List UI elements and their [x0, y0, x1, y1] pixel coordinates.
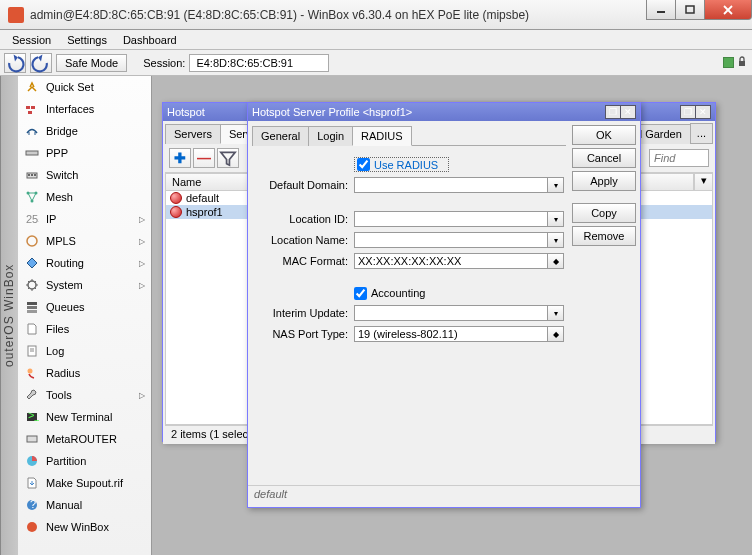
location-name-input[interactable] — [354, 232, 548, 248]
cancel-button[interactable]: Cancel — [572, 148, 636, 168]
column-menu-button[interactable]: ▾ — [694, 174, 712, 190]
mesh-icon — [24, 189, 40, 205]
session-value[interactable]: E4:8D:8C:65:CB:91 — [189, 54, 329, 72]
nas-port-input[interactable] — [354, 326, 548, 342]
radius-icon — [24, 365, 40, 381]
apply-button[interactable]: Apply — [572, 171, 636, 191]
profile-tab-radius[interactable]: RADIUS — [352, 126, 412, 146]
redo-button[interactable] — [30, 53, 52, 73]
copy-button[interactable]: Copy — [572, 203, 636, 223]
ppp-icon — [24, 145, 40, 161]
newwinbox-icon — [24, 519, 40, 535]
profile-titlebar[interactable]: Hotspot Server Profile <hsprof1> ❐ ✕ — [248, 103, 640, 121]
sidebar-item-manual[interactable]: ?Manual — [18, 494, 151, 516]
default-domain-label: Default Domain: — [254, 179, 354, 191]
profile-icon — [170, 206, 182, 218]
location-name-dropdown[interactable]: ▾ — [548, 232, 564, 248]
window-title: admin@E4:8D:8C:65:CB:91 (E4:8D:8C:65:CB:… — [30, 8, 647, 22]
hotspot-tab-servers[interactable]: Servers — [165, 124, 221, 144]
sidebar-item-terminal[interactable]: >_New Terminal — [18, 406, 151, 428]
menu-dashboard[interactable]: Dashboard — [115, 32, 185, 48]
sidebar-item-partition[interactable]: Partition — [18, 450, 151, 472]
sidebar-item-ip[interactable]: 255IP▷ — [18, 208, 151, 230]
accounting-checkbox[interactable] — [354, 287, 367, 300]
hotspot-tabs-more-button[interactable]: ... — [690, 123, 713, 143]
sidebar-item-label: MPLS — [46, 235, 76, 247]
sidebar-item-interfaces[interactable]: Interfaces — [18, 98, 151, 120]
sidebar-item-quickset[interactable]: Quick Set — [18, 76, 151, 98]
sidebar-item-supout[interactable]: Make Supout.rif — [18, 472, 151, 494]
svg-rect-12 — [28, 174, 30, 176]
sidebar-item-metarouter[interactable]: MetaROUTER — [18, 428, 151, 450]
profile-restore-button[interactable]: ❐ — [605, 105, 621, 119]
sidebar-item-newwinbox[interactable]: New WinBox — [18, 516, 151, 538]
hotspot-restore-button[interactable]: ❐ — [680, 105, 696, 119]
profile-tab-general[interactable]: General — [252, 126, 309, 146]
maximize-button[interactable] — [675, 0, 705, 20]
location-id-dropdown[interactable]: ▾ — [548, 211, 564, 227]
use-radius-checkbox[interactable] — [357, 158, 370, 171]
partition-icon — [24, 453, 40, 469]
interim-update-input[interactable] — [354, 305, 548, 321]
mac-format-dropdown[interactable]: ◆ — [548, 253, 564, 269]
undo-button[interactable] — [4, 53, 26, 73]
minimize-button[interactable] — [646, 0, 676, 20]
sidebar-item-bridge[interactable]: Bridge — [18, 120, 151, 142]
hotspot-title: Hotspot — [167, 106, 205, 118]
queues-icon — [24, 299, 40, 315]
quickset-icon — [24, 79, 40, 95]
sidebar-item-mesh[interactable]: Mesh — [18, 186, 151, 208]
sidebar-item-switch[interactable]: Switch — [18, 164, 151, 186]
sidebar-item-log[interactable]: Log — [18, 340, 151, 362]
sidebar-item-mpls[interactable]: MPLS▷ — [18, 230, 151, 252]
sidebar-item-label: New Terminal — [46, 411, 112, 423]
sidebar-item-label: Interfaces — [46, 103, 94, 115]
submenu-arrow-icon: ▷ — [139, 237, 145, 246]
use-radius-label: Use RADIUS — [374, 159, 438, 171]
location-id-input[interactable] — [354, 211, 548, 227]
menu-settings[interactable]: Settings — [59, 32, 115, 48]
default-domain-dropdown[interactable]: ▾ — [548, 177, 564, 193]
sidebar-item-label: New WinBox — [46, 521, 109, 533]
safe-mode-button[interactable]: Safe Mode — [56, 54, 127, 72]
interim-update-dropdown[interactable]: ▾ — [548, 305, 564, 321]
location-id-label: Location ID: — [254, 213, 354, 225]
sidebar-item-routing[interactable]: Routing▷ — [18, 252, 151, 274]
main-area: outerOS WinBox Quick SetInterfacesBridge… — [0, 76, 752, 555]
svg-rect-10 — [26, 151, 38, 155]
ok-button[interactable]: OK — [572, 125, 636, 145]
nas-port-dropdown[interactable]: ◆ — [548, 326, 564, 342]
sidebar-item-system[interactable]: System▷ — [18, 274, 151, 296]
lock-icon — [736, 56, 748, 70]
profile-close-button[interactable]: ✕ — [620, 105, 636, 119]
sidebar-item-label: System — [46, 279, 83, 291]
mac-format-input[interactable] — [354, 253, 548, 269]
hotspot-close-button[interactable]: ✕ — [695, 105, 711, 119]
add-button[interactable]: ✚ — [169, 148, 191, 168]
sidebar-item-queues[interactable]: Queues — [18, 296, 151, 318]
close-button[interactable] — [704, 0, 752, 20]
toolbar: Safe Mode Session: E4:8D:8C:65:CB:91 — [0, 50, 752, 76]
sidebar-item-tools[interactable]: Tools▷ — [18, 384, 151, 406]
default-domain-input[interactable] — [354, 177, 548, 193]
manual-icon: ? — [24, 497, 40, 513]
sidebar-item-files[interactable]: Files — [18, 318, 151, 340]
sidebar-handle[interactable]: outerOS WinBox — [0, 76, 18, 555]
profile-row-name: default — [186, 192, 219, 204]
svg-text:255: 255 — [26, 213, 39, 225]
sidebar-item-label: PPP — [46, 147, 68, 159]
sidebar-item-radius[interactable]: Radius — [18, 362, 151, 384]
mac-format-label: MAC Format: — [254, 255, 354, 267]
remove-button[interactable]: — — [193, 148, 215, 168]
find-input[interactable] — [649, 149, 709, 167]
tools-icon — [24, 387, 40, 403]
menu-session[interactable]: Session — [4, 32, 59, 48]
svg-rect-4 — [739, 61, 745, 66]
filter-button[interactable] — [217, 148, 239, 168]
switch-icon — [24, 167, 40, 183]
svg-rect-1 — [686, 6, 694, 13]
sidebar-item-ppp[interactable]: PPP — [18, 142, 151, 164]
profile-tab-login[interactable]: Login — [308, 126, 353, 146]
interim-update-label: Interim Update: — [254, 307, 354, 319]
remove-button[interactable]: Remove — [572, 226, 636, 246]
